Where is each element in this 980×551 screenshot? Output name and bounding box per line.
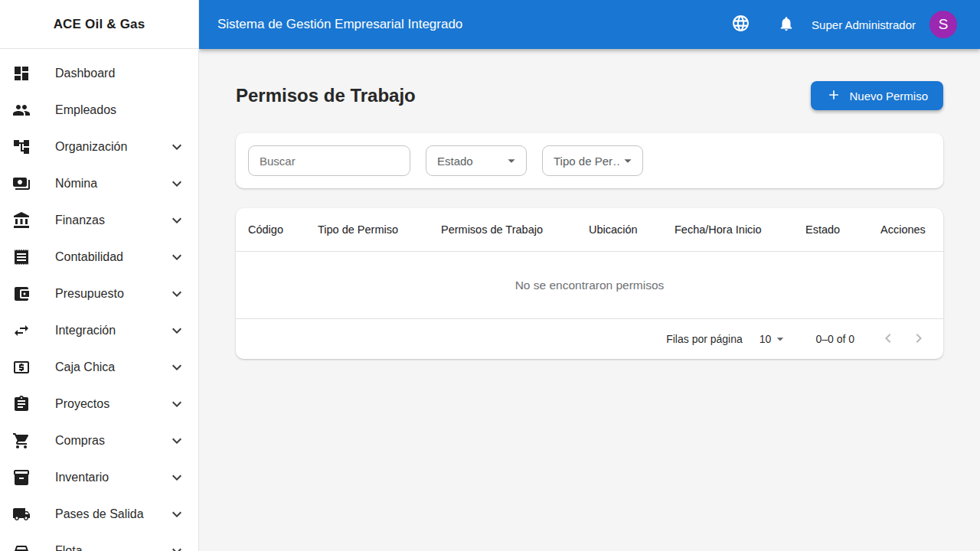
language-button[interactable] (731, 14, 750, 35)
estado-select[interactable]: Estado (426, 145, 527, 176)
dropdown-arrow-icon (773, 331, 788, 347)
chevron-left-icon (879, 329, 897, 350)
sidebar-item-label: Dashboard (55, 67, 186, 80)
people-icon (12, 101, 31, 119)
column-header-ubicacion: Ubicación (577, 223, 662, 236)
avatar[interactable]: S (929, 11, 957, 38)
sidebar-item-finanzas[interactable]: Finanzas (0, 202, 198, 239)
sidebar-item-label: Integración (55, 324, 168, 337)
dropdown-arrow-icon (503, 152, 520, 169)
chevron-down-icon (168, 542, 186, 551)
sidebar-item-dashboard[interactable]: Dashboard (0, 55, 198, 92)
chevron-down-icon (168, 248, 186, 266)
sidebar-item-label: Pases de Salida (55, 507, 168, 521)
sidebar-item-label: Proyectos (55, 397, 168, 411)
column-header-tipo-de-permiso: Tipo de Permiso (305, 223, 429, 236)
sidebar-item-compras[interactable]: Compras (0, 422, 198, 459)
inventory-box-icon (12, 468, 31, 487)
pagination-range-label: 0–0 of 0 (815, 333, 854, 345)
clipboard-icon (12, 395, 31, 413)
bell-icon (778, 15, 795, 34)
sidebar-item-caja-chica[interactable]: Caja Chica (0, 349, 198, 386)
new-permit-button[interactable]: Nuevo Permiso (811, 81, 943, 110)
sidebar-item-inventario[interactable]: Inventario (0, 459, 198, 496)
sidebar-item-label: Inventario (55, 471, 168, 484)
column-header-fecha-hora-inicio: Fecha/Hora Inicio (662, 223, 793, 236)
sidebar-item-label: Organización (55, 140, 168, 154)
sidebar-item-label: Empleados (55, 103, 186, 117)
user-name: Super Administrador (812, 18, 916, 31)
receipt-icon (12, 248, 31, 266)
sidebar-item-label: Caja Chica (55, 360, 168, 374)
org-tree-icon (12, 138, 31, 156)
sidebar-item-label: Nómina (55, 177, 168, 191)
chevron-down-icon (168, 395, 186, 413)
wallet-icon (12, 285, 31, 303)
app-root: ACE Oil & Gas Dashboard Empleados Organi… (0, 0, 980, 551)
column-header-permisos-de-trabajo: Permisos de Trabajo (429, 223, 577, 236)
sidebar-item-nomina[interactable]: Nómina (0, 165, 198, 202)
sidebar-menu: Dashboard Empleados Organización Nómina … (0, 49, 198, 551)
permits-table: Código Tipo de Permiso Permisos de Traba… (236, 208, 943, 359)
bank-icon (12, 211, 31, 230)
sidebar-item-contabilidad[interactable]: Contabilidad (0, 239, 198, 276)
filters-panel: Estado Tipo de Per… (236, 133, 943, 188)
rows-per-page-select[interactable]: 10 (760, 331, 789, 347)
new-permit-button-label: Nuevo Permiso (849, 90, 928, 103)
rows-per-page-value: 10 (760, 333, 772, 345)
swap-arrows-icon (12, 321, 31, 340)
truck-icon (12, 505, 31, 523)
payments-icon (12, 174, 31, 193)
sidebar-item-label: Presupuesto (55, 287, 168, 301)
table-pagination: Filas por página 10 0–0 of 0 (236, 319, 943, 359)
estado-select-label: Estado (437, 155, 473, 168)
main-column: Sistema de Gestión Empresarial Integrado… (199, 0, 980, 551)
chevron-down-icon (168, 211, 186, 230)
page-header: Permisos de Trabajo Nuevo Permiso (236, 81, 943, 110)
notifications-button[interactable] (778, 15, 795, 34)
cash-box-icon (12, 358, 31, 377)
dashboard-icon (12, 64, 31, 83)
plus-icon (826, 87, 841, 105)
chevron-right-icon (910, 329, 928, 350)
sidebar-item-integracion[interactable]: Integración (0, 312, 198, 349)
dropdown-arrow-icon (619, 152, 636, 169)
sidebar-item-label: Compras (55, 434, 168, 448)
car-icon (12, 542, 31, 551)
previous-page-button[interactable] (873, 324, 903, 354)
sidebar-item-presupuesto[interactable]: Presupuesto (0, 276, 198, 312)
shopping-cart-icon (12, 432, 31, 450)
chevron-down-icon (168, 285, 186, 303)
appbar-actions: Super Administrador S (731, 11, 957, 38)
column-header-acciones: Acciones (868, 223, 943, 236)
chevron-down-icon (168, 468, 186, 487)
chevron-down-icon (168, 174, 186, 193)
search-input[interactable] (248, 145, 410, 176)
sidebar: ACE Oil & Gas Dashboard Empleados Organi… (0, 0, 199, 551)
column-header-estado: Estado (793, 223, 868, 236)
globe-icon (731, 14, 750, 35)
sidebar-item-organizacion[interactable]: Organización (0, 129, 198, 165)
appbar-title: Sistema de Gestión Empresarial Integrado (217, 17, 731, 32)
app-logo: ACE Oil & Gas (0, 0, 198, 49)
sidebar-item-label: Flota (55, 544, 168, 551)
sidebar-item-label: Finanzas (55, 214, 168, 227)
table-header-row: Código Tipo de Permiso Permisos de Traba… (236, 208, 943, 252)
page-title: Permisos de Trabajo (236, 85, 416, 106)
page-content: Permisos de Trabajo Nuevo Permiso Estado… (199, 49, 980, 551)
chevron-down-icon (168, 358, 186, 377)
sidebar-item-empleados[interactable]: Empleados (0, 92, 198, 129)
chevron-down-icon (168, 138, 186, 156)
sidebar-item-pases-de-salida[interactable]: Pases de Salida (0, 496, 198, 533)
rows-per-page-label: Filas por página (666, 333, 743, 345)
empty-state-message: No se encontraron permisos (236, 252, 943, 319)
sidebar-item-proyectos[interactable]: Proyectos (0, 386, 198, 422)
tipo-permiso-select[interactable]: Tipo de Per… (542, 145, 643, 176)
sidebar-item-flota[interactable]: Flota (0, 533, 198, 551)
appbar: Sistema de Gestión Empresarial Integrado… (199, 0, 980, 49)
chevron-down-icon (168, 321, 186, 340)
next-page-button[interactable] (903, 324, 934, 354)
tipo-permiso-select-label: Tipo de Per… (554, 155, 619, 168)
column-header-codigo: Código (236, 223, 305, 236)
sidebar-item-label: Contabilidad (55, 250, 168, 264)
